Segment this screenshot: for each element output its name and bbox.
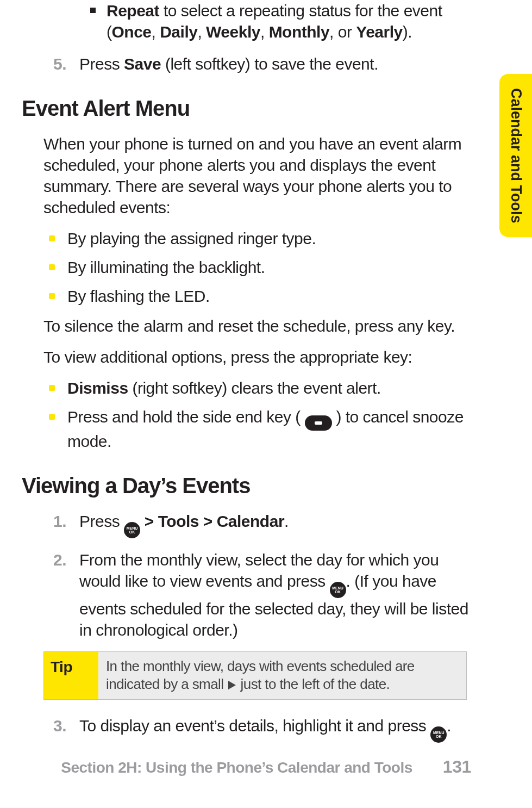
step-text: To display an event’s details, highlight… bbox=[79, 717, 430, 735]
page-footer: Section 2H: Using the Phone’s Calendar a… bbox=[0, 756, 532, 779]
tip-text: In the monthly view, days with events sc… bbox=[98, 652, 466, 699]
step-number: 2. bbox=[53, 549, 66, 570]
repeat-opt-once: Once bbox=[112, 23, 152, 41]
heading-event-alert-menu: Event Alert Menu bbox=[22, 94, 478, 122]
list-item: By flashing the LED. bbox=[43, 285, 478, 307]
side-end-key-icon bbox=[305, 415, 332, 431]
step-3: 3. To display an event’s details, highli… bbox=[53, 715, 478, 743]
side-tab-label: Calendar and Tools bbox=[506, 88, 525, 223]
view-options-text: To view additional options, press the ap… bbox=[43, 346, 472, 368]
menu-ok-icon: MENUOK bbox=[124, 522, 140, 538]
tip-text-b: just to the left of the date. bbox=[237, 676, 390, 692]
repeat-end: ). bbox=[403, 23, 412, 41]
repeat-opt-daily: Daily bbox=[160, 23, 197, 41]
save-label: Save bbox=[124, 55, 161, 73]
event-alert-intro: When your phone is turned on and you hav… bbox=[43, 133, 472, 218]
step-text: Press bbox=[79, 512, 124, 530]
step-5: 5. Press Save (left softkey) to save the… bbox=[53, 53, 478, 74]
sep: , bbox=[152, 23, 160, 41]
dismiss-label: Dismiss bbox=[67, 379, 128, 397]
step-text: Press bbox=[79, 55, 124, 73]
or: , or bbox=[329, 23, 356, 41]
step-1: 1. Press MENUOK > Tools > Calendar. bbox=[53, 511, 478, 538]
page-number: 131 bbox=[443, 756, 471, 779]
side-tab: Calendar and Tools bbox=[499, 74, 532, 237]
tip-label: Tip bbox=[44, 652, 98, 699]
list-item: Dismiss (right softkey) clears the event… bbox=[43, 377, 478, 399]
silence-alarm-text: To silence the alarm and reset the sched… bbox=[43, 315, 472, 337]
repeat-label: Repeat bbox=[107, 2, 164, 20]
list-item: By illuminating the backlight. bbox=[43, 257, 478, 278]
step-text: . bbox=[284, 512, 289, 530]
list-item: By playing the assigned ringer type. bbox=[43, 228, 478, 249]
repeat-opt-monthly: Monthly bbox=[269, 23, 329, 41]
step-text: . bbox=[447, 717, 451, 735]
menu-ok-icon: MENUOK bbox=[330, 582, 346, 598]
sub-bullet-repeat: Repeat to select a repeating status for … bbox=[90, 0, 478, 42]
list-item: Press and hold the side end key ( ) to c… bbox=[43, 406, 478, 452]
heading-viewing-days-events: Viewing a Day’s Events bbox=[22, 471, 478, 500]
nav-path: > Tools > Calendar bbox=[140, 512, 284, 530]
snooze-text-a: Press and hold the side end key ( bbox=[67, 408, 305, 426]
step-2: 2. From the monthly view, select the day… bbox=[53, 549, 478, 641]
repeat-opt-yearly: Yearly bbox=[356, 23, 402, 41]
triangle-icon bbox=[228, 681, 236, 689]
step-number: 5. bbox=[53, 53, 66, 74]
options-list: Dismiss (right softkey) clears the event… bbox=[43, 377, 478, 452]
menu-ok-icon: MENUOK bbox=[430, 726, 447, 743]
step-number: 3. bbox=[53, 715, 66, 736]
footer-section: Section 2H: Using the Phone’s Calendar a… bbox=[61, 758, 412, 778]
sep: , bbox=[197, 23, 206, 41]
repeat-opt-weekly: Weekly bbox=[206, 23, 260, 41]
sep: , bbox=[260, 23, 269, 41]
step-number: 1. bbox=[53, 511, 66, 532]
content: Repeat to select a repeating status for … bbox=[22, 0, 510, 743]
page: Calendar and Tools Repeat to select a re… bbox=[0, 0, 532, 808]
dismiss-text: (right softkey) clears the event alert. bbox=[128, 379, 381, 397]
tip-box: Tip In the monthly view, days with event… bbox=[43, 651, 467, 700]
step-text: (left softkey) to save the event. bbox=[161, 55, 378, 73]
alert-methods-list: By playing the assigned ringer type. By … bbox=[43, 228, 478, 307]
